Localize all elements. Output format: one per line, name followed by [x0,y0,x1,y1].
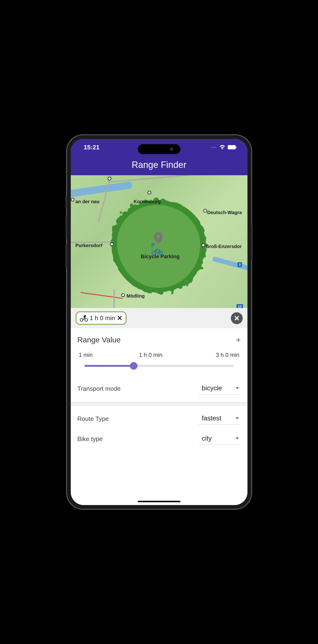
chip-value: 1 h 0 min [90,314,115,322]
reception-dots: •••• [211,146,217,149]
chip-remove-icon[interactable]: ✕ [117,314,122,322]
status-icons: •••• [211,145,237,150]
route-type-label: Route Type [77,415,109,422]
map-marker[interactable]: P Bicycle Parking [154,232,163,245]
bike-type-dropdown[interactable]: city [198,433,241,445]
app-header: Range Finder [71,156,247,175]
city-dot [203,209,207,213]
city-label: Mödling [127,293,145,299]
divider [71,402,247,406]
home-indicator[interactable] [138,501,181,502]
slider-labels: 1 min 1 h 0 min 3 h 0 min [77,352,241,358]
svg-point-6 [85,318,88,321]
city-dot [71,198,75,202]
slider-fill [85,365,134,367]
battery-icon [228,145,237,150]
city-dot [201,243,205,247]
add-range-button[interactable]: + [236,335,241,344]
chevron-down-icon [236,387,239,389]
city-label: Groß-Enzersdor [206,244,242,249]
chip-bar: 1 h 0 min ✕ [71,308,247,328]
slider-thumb[interactable] [130,362,137,370]
city-label: Korneuburg [134,199,161,204]
app-title: Range Finder [71,160,247,170]
chevron-down-icon [236,417,239,419]
cyclist-icon [80,315,88,322]
wifi-icon [219,145,225,150]
city-label: an der nau [76,199,99,204]
svg-rect-1 [236,146,237,148]
range-chip[interactable]: 1 h 0 min ✕ [76,311,127,325]
transport-mode-label: Transport mode [77,385,121,392]
close-icon [234,316,239,321]
phone-frame: 15:21 •••• Range Finder [67,135,252,509]
slider-current-label: 1 h 0 min [139,352,163,358]
route-type-dropdown[interactable]: fastest [198,413,241,425]
settings-panel: Range Value + 1 min 1 h 0 min 3 h 0 min … [71,328,247,458]
transport-mode-value: bicycle [202,384,222,392]
city-dot [110,242,114,246]
range-value-title: Range Value [77,336,121,344]
city-dot [108,177,111,180]
river [71,182,133,198]
marker-label: Bicycle Parking [141,254,180,260]
phone-screen: 15:21 •••• Range Finder [71,139,247,505]
highway-badge: 10 [237,304,243,308]
highway-badge: 3 [237,262,242,267]
range-slider[interactable] [85,365,234,367]
svg-point-5 [80,318,83,321]
slider-max-label: 3 h 0 min [216,352,239,358]
close-panel-button[interactable] [231,312,243,324]
city-dot [147,191,151,194]
map-view[interactable]: Korneuburgan der nauDeutsch-WagraPurkers… [71,175,247,308]
svg-rect-0 [228,145,236,150]
city-dot [121,293,125,297]
notch [138,144,181,154]
river [212,256,247,272]
bike-type-value: city [202,435,212,442]
status-time: 15:21 [84,144,100,151]
slider-min-label: 1 min [79,352,93,358]
transport-mode-dropdown[interactable]: bicycle [198,383,241,394]
bike-type-label: Bike type [77,435,103,443]
city-label: Deutsch-Wagra [207,210,242,215]
route-type-value: fastest [202,414,221,422]
chevron-down-icon [236,438,239,439]
city-label: Purkersdorf [76,243,102,248]
